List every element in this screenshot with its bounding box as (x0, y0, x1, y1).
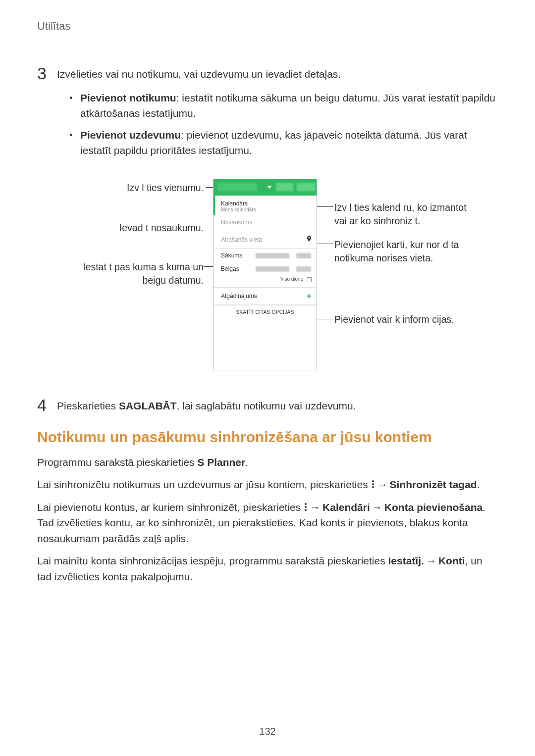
bold-text: Konti (438, 555, 465, 566)
callout-line: Izv l ties kalend ru, ko izmantot (334, 202, 467, 213)
connector-line (317, 244, 333, 244)
page-number: 132 (0, 726, 535, 737)
bullet-bold: Pievienot notikumu (80, 92, 176, 103)
annotated-diagram: Izv l ties vienumu. Ievad t nosaukumu. I… (57, 179, 488, 377)
mock-field-end: Beigas (214, 262, 317, 275)
mock-toolbar (214, 179, 317, 196)
callout-set-dates: Iestat t pas kuma s kuma un beigu datumu… (75, 260, 204, 287)
bold-text: Konta pievienošana (384, 502, 482, 513)
bullet-item: Pievienot notikumu: iestatīt notikuma sā… (57, 91, 498, 121)
paragraph: Lai mainītu konta sinhronizācijas iespēj… (37, 553, 498, 584)
bold-text: Sinhronizēt tagad (390, 479, 477, 490)
blurred-text (256, 253, 289, 258)
mock-label: Visu dienu (280, 276, 304, 282)
step-number: 3 (37, 65, 57, 165)
text: Programmu sarakstā pieskarieties (37, 456, 197, 468)
callout-line: vai ar ko sinhroniz t. (334, 215, 420, 226)
connector-line (317, 319, 333, 319)
mock-label: Sākums (221, 252, 242, 259)
mock-all-day: Visu dienu (214, 275, 317, 287)
document-page: Utilītas 3 Izvēlieties vai nu notikumu, … (0, 0, 535, 584)
bold-text: SAGLABĀT (119, 400, 177, 411)
callout-select-item: Izv l ties vienumu. (127, 181, 204, 194)
text: . (245, 456, 248, 468)
blurred-text (256, 266, 289, 272)
blurred-text (296, 253, 311, 258)
mock-label: Beigas (221, 265, 239, 272)
text: . (477, 479, 480, 490)
arrow-icon: → (310, 502, 321, 513)
bold-text: Kalendāri (322, 502, 370, 513)
callout-line: Iestat t pas kuma s kuma un (83, 261, 204, 272)
callout-more-info: Pievienot vair k inform cijas. (334, 313, 488, 326)
paragraph: Programmu sarakstā pieskarieties S Plann… (37, 454, 498, 470)
bullet-bold: Pievienot uzdevumu (80, 129, 181, 141)
step-number: 4 (37, 397, 57, 413)
step-body: Izvēlieties vai nu notikumu, vai uzdevum… (57, 65, 498, 165)
callout-select-calendar: Izv l ties kalend ru, ko izmantot vai ar… (334, 201, 488, 227)
blurred-text (296, 266, 311, 272)
mock-field-start: Sākums (214, 249, 317, 262)
blurred-text (297, 183, 316, 191)
mock-field-calendar: Kalendārs Mans kalendārs (214, 196, 317, 215)
paragraph: Lai sinhronizētu notikumus un uzdevumus … (37, 477, 498, 493)
pin-icon (306, 234, 313, 243)
text: Lai pievienotu kontus, ar kuriem sinhron… (37, 502, 304, 513)
bullet-item: Pievienot uzdevumu: pievienot uzdevumu, … (57, 128, 498, 158)
mock-label: Kalendārs (221, 200, 248, 207)
step-body: Pieskarieties SAGLABĀT, lai saglabātu no… (57, 397, 498, 413)
blurred-text (217, 183, 257, 191)
callout-line: Pievienojiet karti, kur nor d ta (334, 239, 459, 250)
callout-attach-map: Pievienojiet karti, kur nor d ta notikum… (334, 238, 488, 264)
bullet-dot (70, 97, 72, 99)
bullet-dot (70, 134, 72, 136)
bold-text: S Planner (197, 456, 245, 468)
mock-label: Atgādinājums (221, 293, 257, 300)
mock-field-name: Nosaukums (214, 215, 317, 231)
mock-label: Nosaukums (221, 219, 252, 226)
arrow-icon: → (372, 502, 382, 513)
bullet-list: Pievienot notikumu: iestatīt notikuma sā… (57, 91, 498, 158)
step3-intro: Izvēlieties vai nu notikumu, vai uzdevum… (57, 68, 341, 80)
callout-line: notikuma norises vieta. (334, 252, 433, 263)
arrow-icon: → (426, 555, 436, 566)
text: Lai mainītu konta sinhronizācijas iespēj… (37, 555, 388, 566)
checkbox-icon (307, 277, 312, 282)
phone-mockup: Kalendārs Mans kalendārs Nosaukums Atraš… (213, 179, 317, 370)
callout-line: beigu datumu. (142, 275, 204, 286)
callout-enter-name: Ievad t nosaukumu. (119, 221, 204, 234)
plus-icon: + (306, 291, 312, 302)
paragraph: Lai pievienotu kontus, ar kuriem sinhron… (37, 500, 498, 547)
mock-sublabel: Mans kalendārs (221, 207, 312, 212)
blurred-text (276, 183, 293, 191)
text: Pieskarieties (57, 400, 119, 411)
text: , lai saglabātu notikumu vai uzdevumu. (177, 400, 356, 411)
connector-line (317, 206, 333, 207)
arrow-icon: → (377, 479, 388, 490)
page-header: Utilītas (37, 20, 498, 33)
section-heading: Notikumu un pasākumu sinhronizēšana ar j… (37, 429, 498, 446)
text: Lai sinhronizētu notikumus un uzdevumus … (37, 479, 371, 490)
chevron-down-icon (267, 186, 272, 189)
step-4: 4 Pieskarieties SAGLABĀT, lai saglabātu … (37, 397, 498, 413)
mock-label: Atrašanās vieta (221, 236, 262, 243)
mock-more-options: SKATĪT CITAS OPCIJAS (214, 305, 317, 319)
mock-field-reminder: Atgādinājums + (214, 288, 317, 305)
step-3: 3 Izvēlieties vai nu notikumu, vai uzdev… (37, 65, 498, 165)
mock-field-location: Atrašanās vieta (214, 231, 317, 249)
bold-text: Iestatīj. (388, 555, 424, 566)
more-icon (372, 479, 374, 489)
more-icon (305, 502, 307, 512)
